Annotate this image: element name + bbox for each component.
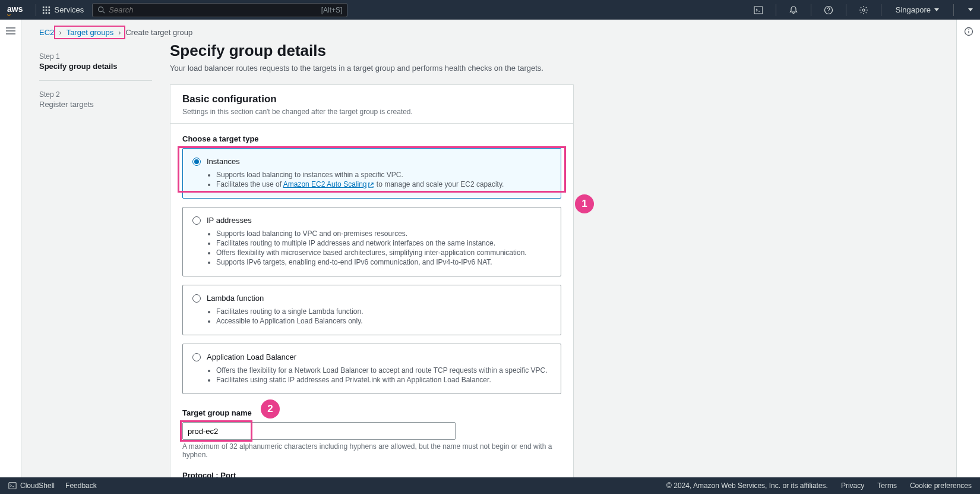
svg-rect-5 [49,9,50,11]
svg-rect-3 [43,9,45,11]
menu-toggle[interactable] [6,27,15,37]
wizard-step-2[interactable]: Step 2 Register targets [39,86,152,114]
help-panel-toggle[interactable] [964,27,973,38]
annotation-badge-1: 1 [575,194,594,213]
panel-title: Basic configuration [182,93,561,105]
chevron-down-icon [934,8,939,11]
svg-point-13 [862,9,865,11]
panel-subtitle: Settings in this section can't be change… [182,108,561,116]
target-group-name-input[interactable] [182,422,456,440]
svg-rect-1 [46,6,48,8]
help-button[interactable] [820,1,837,19]
services-button[interactable]: Services [42,5,84,14]
account-menu[interactable] [962,8,973,11]
svg-line-10 [103,11,105,13]
target-type-alb[interactable]: Application Load Balancer Offers the fle… [182,344,561,394]
chevron-right-icon: › [118,28,121,37]
target-type-label: Choose a target type [182,134,561,143]
cloudshell-icon-button[interactable] [750,1,767,19]
search-icon [97,6,105,14]
info-icon [964,27,973,36]
search-input[interactable] [109,5,321,14]
left-rail [0,20,21,477]
auto-scaling-link[interactable]: Amazon EC2 Auto Scaling [283,180,375,188]
svg-rect-0 [43,6,45,8]
svg-rect-2 [49,6,50,8]
gear-icon [859,5,868,15]
target-type-instances[interactable]: Instances Supports load balancing to ins… [182,148,561,199]
notifications-button[interactable] [785,1,802,19]
grid-icon [42,6,50,14]
breadcrumb-ec2[interactable]: EC2 [39,28,54,37]
radio-icon [192,353,201,361]
tg-name-helper: A maximum of 32 alphanumeric characters … [182,442,561,459]
breadcrumb: EC2 › Target groups › Create target grou… [21,20,956,42]
content-area: EC2 › Target groups › Create target grou… [21,20,956,477]
chevron-right-icon: › [59,28,61,37]
aws-logo[interactable]: aws ⌣ [7,4,23,15]
search-box[interactable]: [Alt+S] [92,3,347,17]
chevron-down-icon [968,8,973,11]
svg-point-18 [968,29,969,30]
bell-icon [789,5,798,15]
target-type-ip[interactable]: IP addresses Supports load balancing to … [182,207,561,276]
settings-button[interactable] [855,1,872,19]
svg-point-9 [99,7,103,12]
divider [36,4,36,16]
breadcrumb-target-groups[interactable]: Target groups [67,28,114,37]
basic-config-panel: Basic configuration Settings in this sec… [170,84,574,477]
svg-rect-7 [46,12,48,14]
radio-icon [192,294,201,303]
wizard-step-1[interactable]: Step 1 Specify group details [39,48,152,75]
svg-rect-11 [754,7,763,14]
region-selector[interactable]: Singapore [890,5,945,14]
aws-smile-icon: ⌣ [7,14,23,15]
radio-icon [192,158,201,166]
terminal-icon [754,5,763,15]
breadcrumb-current: Create target group [125,28,192,37]
page-description: Your load balancer routes requests to th… [170,64,574,73]
help-icon [824,5,833,15]
target-type-lambda[interactable]: Lambda function Facilitates routing to a… [182,285,561,335]
right-rail [956,20,980,477]
protocol-port-label: Protocol : Port [182,471,561,477]
tg-name-label: Target group name [182,408,561,417]
search-hint: [Alt+S] [321,6,343,14]
page-title: Specify group details [170,42,574,60]
top-nav: aws ⌣ Services [Alt+S] Singapore [0,0,980,20]
wizard-steps: Step 1 Specify group details Step 2 Regi… [39,42,152,477]
external-link-icon [368,182,374,188]
svg-rect-4 [46,9,48,11]
svg-rect-6 [43,12,45,14]
svg-rect-8 [49,12,50,14]
radio-icon [192,216,201,225]
hamburger-icon [6,27,15,35]
annotation-badge-2: 2 [261,399,280,419]
